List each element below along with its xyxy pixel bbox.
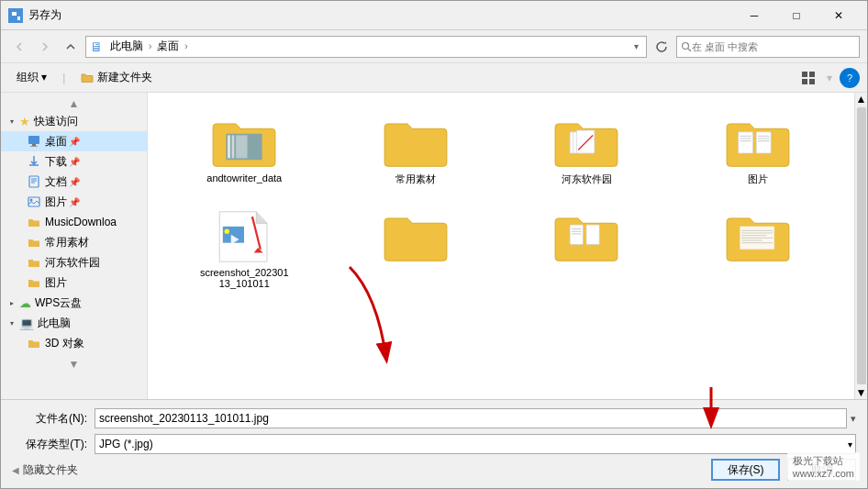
search-input[interactable] (692, 41, 855, 52)
pin-icon-2: 📌 (69, 157, 80, 167)
list-item[interactable]: screenshot_20230113_101011 (162, 202, 327, 297)
svg-rect-10 (32, 144, 36, 146)
list-item[interactable]: 图片 (676, 107, 840, 194)
filename-dropdown-icon[interactable]: ▾ (851, 413, 856, 425)
sidebar-item-3d[interactable]: 3D 对象 (1, 333, 147, 353)
refresh-button[interactable] (651, 36, 673, 58)
list-item[interactable] (334, 202, 498, 297)
close-button[interactable]: ✕ (818, 1, 860, 30)
svg-rect-19 (228, 135, 230, 158)
sidebar-item-musicdownload[interactable]: MusicDownloa (1, 212, 147, 232)
sidebar-section-quick-access[interactable]: ▾ ★ 快速访问 (1, 111, 147, 131)
folder-thumbnail (553, 116, 619, 169)
file-name: screenshot_20230113_101011 (198, 267, 290, 289)
folder-icon-1 (27, 215, 41, 229)
sidebar-section-wps-cloud[interactable]: ▸ ☁ WPS云盘 (1, 293, 147, 313)
pc-expand-icon: ▾ (5, 316, 19, 330)
folder-icon-3 (27, 255, 41, 270)
svg-rect-43 (586, 225, 599, 244)
hidden-files-button[interactable]: ◀ 隐藏文件夹 (12, 462, 78, 478)
bottom-action-bar: ◀ 隐藏文件夹 保存(S) 取消 (12, 459, 856, 481)
filetype-row: 保存类型(T): JPG (*.jpg) (12, 433, 856, 455)
scroll-thumb[interactable] (857, 107, 866, 384)
back-button[interactable] (8, 36, 30, 58)
svg-rect-2 (17, 17, 20, 20)
scrollbar[interactable]: ▲ ▼ (854, 93, 867, 399)
wps-expand-icon: ▸ (5, 295, 19, 310)
bottom-bar: 文件名(N): ▾ 保存类型(T): JPG (*.jpg) ◀ 隐藏文件夹 保… (1, 399, 867, 488)
sidebar-item-pictures2[interactable]: 图片 (1, 272, 147, 293)
file-name: 河东软件园 (562, 172, 612, 186)
save-button[interactable]: 保存(S) (711, 459, 780, 481)
search-icon (681, 41, 692, 52)
download-icon (27, 154, 41, 169)
svg-rect-11 (30, 146, 38, 147)
scroll-up-button[interactable]: ▲ (1, 96, 147, 111)
filetype-select-wrapper: JPG (*.jpg) (95, 434, 856, 454)
window-controls: ─ □ ✕ (733, 1, 860, 30)
minimize-button[interactable]: ─ (733, 1, 775, 30)
scroll-up-arrow[interactable]: ▲ (856, 93, 867, 106)
svg-line-4 (688, 49, 691, 51)
folder-thumbnail (725, 116, 791, 169)
svg-point-35 (225, 229, 229, 234)
new-folder-button[interactable]: 新建文件夹 (72, 68, 161, 88)
breadcrumb-pc-icon: 🖥 (90, 39, 103, 54)
breadcrumb-dropdown-icon[interactable]: ▾ (630, 41, 642, 51)
navigation-toolbar: 🖥 此电脑 › 桌面 › ▾ (1, 30, 867, 63)
forward-button[interactable] (34, 36, 56, 58)
sidebar-item-documents[interactable]: 文档 📌 (1, 172, 147, 192)
new-folder-icon (81, 72, 94, 83)
filetype-select[interactable]: JPG (*.jpg) (95, 434, 856, 454)
list-item[interactable]: andtowriter_data (162, 107, 327, 194)
svg-rect-8 (809, 79, 815, 84)
action-toolbar: 组织 ▾ | 新建文件夹 ▾ ? (1, 63, 867, 93)
file-name: 图片 (748, 172, 768, 186)
search-bar (676, 36, 860, 58)
pin-icon-4: 📌 (69, 197, 80, 207)
sidebar-item-desktop[interactable]: 桌面 📌 (1, 131, 147, 151)
list-item[interactable]: 河东软件园 (505, 107, 669, 194)
sidebar-item-hedong[interactable]: 河东软件园 (1, 252, 147, 272)
scroll-down-arrow[interactable]: ▼ (856, 386, 867, 399)
maximize-button[interactable]: □ (775, 1, 818, 30)
list-item[interactable]: 常用素材 (334, 107, 498, 194)
sidebar-item-pictures[interactable]: 图片 📌 (1, 192, 147, 212)
view-mode-button[interactable] (797, 68, 819, 88)
file-grid: andtowriter_data 常用素材 (155, 100, 847, 305)
folder-thumbnail (211, 116, 277, 169)
svg-rect-20 (232, 135, 235, 158)
folder-thumbnail (383, 210, 449, 263)
breadcrumb-this-pc[interactable]: 此电脑 (106, 39, 147, 54)
svg-point-17 (30, 199, 33, 202)
up-button[interactable] (60, 36, 82, 58)
dialog-title: 另存为 (28, 7, 733, 23)
list-item[interactable] (505, 202, 669, 297)
folder-thumbnail (383, 116, 449, 169)
svg-rect-9 (28, 136, 39, 144)
list-item[interactable] (676, 202, 840, 297)
folder-icon-5 (27, 336, 41, 350)
sidebar-item-download[interactable]: 下载 📌 (1, 151, 147, 172)
folder-icon-2 (27, 235, 41, 250)
svg-rect-7 (802, 79, 807, 84)
pin-icon: 📌 (69, 137, 80, 147)
svg-rect-5 (802, 72, 807, 77)
file-thumbnail (211, 210, 277, 263)
folder-thumbnail (553, 210, 619, 263)
breadcrumb-desktop[interactable]: 桌面 (153, 39, 183, 54)
watermark: 极光下载站 www.xz7.com (787, 452, 860, 481)
filename-input[interactable] (95, 408, 847, 428)
sidebar-item-common-materials[interactable]: 常用素材 (1, 232, 147, 252)
pictures-icon (27, 194, 41, 209)
scroll-down-button[interactable]: ▼ (1, 357, 147, 372)
file-name: 常用素材 (395, 172, 436, 186)
sidebar-section-this-pc[interactable]: ▾ 💻 此电脑 (1, 313, 147, 333)
dialog-icon (8, 8, 23, 23)
save-as-dialog: 另存为 ─ □ ✕ 🖥 此电脑 › 桌面 › ▾ (0, 0, 868, 489)
help-button[interactable]: ? (840, 68, 860, 88)
expand-icon: ▾ (5, 114, 19, 128)
main-area: ▲ ▾ ★ 快速访问 桌面 📌 下载 📌 (1, 93, 867, 399)
svg-rect-39 (570, 225, 583, 244)
organize-button[interactable]: 组织 ▾ (8, 68, 55, 88)
